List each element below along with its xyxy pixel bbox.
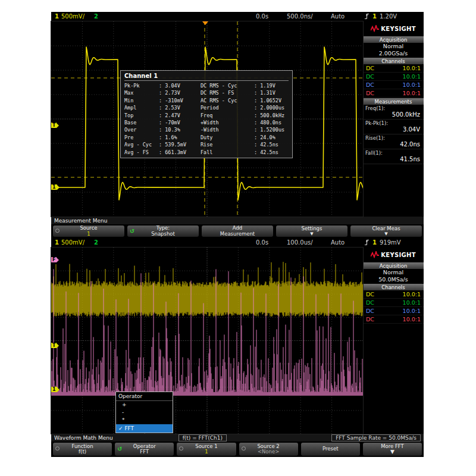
- channel-row[interactable]: DC10.0:1: [363, 299, 424, 307]
- channel1-badge: 1: [55, 13, 59, 20]
- meas-value: : 2.47V: [159, 112, 201, 119]
- trigger-source: 1: [372, 239, 377, 246]
- trigger-level-marker[interactable]: T: [51, 343, 59, 348]
- ground-marker-label: 1: [51, 184, 57, 190]
- channel-row[interactable]: DC10.0:1: [363, 315, 424, 324]
- dropdown-item-fft-selected[interactable]: ✓ FFT: [116, 424, 173, 433]
- keysight-spark-icon: [371, 251, 379, 258]
- acquisition-header: Acquisition: [363, 36, 424, 43]
- softkey-type[interactable]: ↺ Type: Snapshot: [127, 226, 199, 237]
- meas-label: Ampl: [124, 104, 159, 111]
- acquisition-rate: 50.0MSa/s: [363, 276, 424, 283]
- channel-row[interactable]: DC10.0:1: [363, 64, 424, 73]
- channel-coupling: DC: [366, 64, 374, 72]
- softkey-more-fft[interactable]: More FFT ▼: [363, 443, 422, 456]
- meas-value: : 539.5mV: [159, 141, 201, 148]
- channel1-ground-marker[interactable]: 1: [51, 387, 60, 392]
- meas-label: Min: [124, 97, 159, 104]
- softkey-operator[interactable]: ↺ Operator FFT: [115, 443, 174, 456]
- meas-label: DC RMS - Cyc: [201, 82, 254, 89]
- softkey-settings[interactable]: Settings ▼: [276, 226, 347, 237]
- meas-label: AC RMS - Cyc: [201, 97, 254, 104]
- channel-row[interactable]: DC10.0:1: [363, 81, 424, 89]
- softkey-label: Measurement: [220, 231, 255, 237]
- channel-row[interactable]: DC10.0:1: [363, 307, 424, 315]
- acquisition-rate: 2.00GSa/s: [363, 50, 424, 57]
- meas-value: : 1.31V: [254, 89, 289, 96]
- trigger-level-marker[interactable]: T: [51, 123, 59, 128]
- channel-row[interactable]: DC10.0:1: [363, 89, 424, 98]
- channel1-ground-marker[interactable]: 1: [51, 184, 60, 190]
- softkey-preset[interactable]: Preset: [301, 443, 360, 456]
- measurement-value: 42.0ns: [365, 141, 421, 148]
- trigger-level: 1.20V: [380, 13, 397, 20]
- dropdown-item-plus[interactable]: +: [116, 401, 173, 409]
- status-bar: 1 500mV/ 2 0.0s 500.0ns/ Auto 1 1.20V: [51, 12, 424, 21]
- meas-label: Top: [124, 112, 159, 119]
- menu-title-bar: Measurement Menu: [51, 217, 424, 224]
- channel-probe: 10.0:1: [403, 73, 421, 80]
- brand-name: KEYSIGHT: [381, 252, 416, 258]
- dropdown-item-multiply[interactable]: *: [116, 416, 173, 424]
- time-offset: 0.0s: [256, 13, 268, 20]
- measurement-readout: Pk-Pk(1):3.04V: [363, 120, 424, 134]
- channel-coupling: DC: [366, 315, 374, 323]
- channel2-badge: 2: [94, 239, 98, 246]
- channel-coupling: DC: [366, 290, 374, 298]
- timebase: 100.0us/: [287, 239, 313, 246]
- timebase: 500.0ns/: [287, 13, 313, 20]
- meas-label: Duty: [201, 134, 254, 141]
- meas-label: Fall: [201, 149, 254, 156]
- meas-value: : 42.5ns: [254, 149, 289, 156]
- trigger-time-marker-icon[interactable]: [202, 21, 208, 25]
- down-arrow-icon: ▼: [390, 449, 394, 455]
- meas-label: Pk-Pk: [124, 82, 159, 89]
- softkey-value: FFT: [140, 449, 149, 455]
- meas-value: : 2.0000us: [254, 104, 289, 111]
- meas-value: : 10.3%: [159, 126, 201, 133]
- info-sidebar: KEYSIGHT Acquisition Normal 2.00GSa/s Ch…: [363, 21, 424, 217]
- dropdown-item-minus[interactable]: -: [116, 409, 173, 416]
- acquisition-mode: Normal: [363, 43, 424, 50]
- channels-header: Channels: [363, 283, 424, 290]
- trigger-marker-label: T: [51, 123, 57, 128]
- channel-probe: 10.0:1: [403, 89, 421, 97]
- channel-row[interactable]: DC10.0:1: [363, 73, 424, 81]
- channel-probe: 10.0:1: [403, 315, 421, 323]
- softkey-source2[interactable]: Source 2 <None>: [239, 443, 298, 456]
- cycle-arrow-icon: ↺: [130, 228, 134, 234]
- meas-value: : 2.53V: [159, 104, 201, 111]
- meas-label: DC RMS - FS: [201, 89, 254, 96]
- meas-label: Base: [124, 119, 159, 126]
- keysight-spark-icon: [371, 25, 379, 32]
- oscilloscope-screen-fft: 1 500mV/ 2 0.0s 100.0us/ Auto 1 919mV F: [51, 238, 424, 457]
- meas-value: : 1.5200us: [254, 126, 289, 133]
- meas-value: : 42.5ns: [254, 141, 289, 148]
- channel-coupling: DC: [366, 81, 374, 89]
- measurement-label: Rise(1):: [365, 135, 421, 141]
- softkey-value: 1: [87, 231, 90, 237]
- math-reference-marker[interactable]: F: [51, 257, 59, 262]
- softkey-source1[interactable]: Source 1 1: [177, 443, 236, 456]
- screenshot-canvas: 1 500mV/ 2 0.0s 500.0ns/ Auto 1 1.20V: [0, 0, 476, 476]
- dropdown-selected-label: FFT: [124, 425, 134, 431]
- trigger-mode: Auto: [331, 13, 345, 20]
- channel2-badge: 2: [94, 13, 98, 20]
- meas-value: : -310mV: [159, 97, 201, 104]
- channel1-scale: 500mV/: [61, 13, 84, 20]
- fft-svg: [51, 248, 363, 434]
- fft-display: F T 1 Operator + - * ✓: [51, 248, 363, 434]
- softkey-add-measurement[interactable]: Add Measurement: [202, 226, 273, 237]
- meas-label: Rise: [201, 141, 254, 148]
- channel-row[interactable]: DC10.0:1: [363, 290, 424, 299]
- softkey-function[interactable]: Function f(t): [53, 443, 112, 456]
- softkey-row: Function f(t) ↺ Operator FFT Source 1 1 …: [51, 441, 424, 457]
- meas-label: +Width: [201, 119, 254, 126]
- meas-label: Period: [201, 104, 254, 111]
- softkey-source[interactable]: Source 1: [53, 226, 124, 237]
- select-circle-icon: [242, 446, 246, 452]
- main-row: T 1 Channel 1 Pk-Pk: 3.04VDC RMS - Cyc: …: [51, 21, 424, 217]
- meas-label: Avg - Cyc: [124, 141, 159, 148]
- measurement-snapshot-popup: Channel 1 Pk-Pk: 3.04VDC RMS - Cyc: 1.19…: [120, 70, 293, 158]
- softkey-clear-meas[interactable]: Clear Meas ▼: [350, 226, 422, 237]
